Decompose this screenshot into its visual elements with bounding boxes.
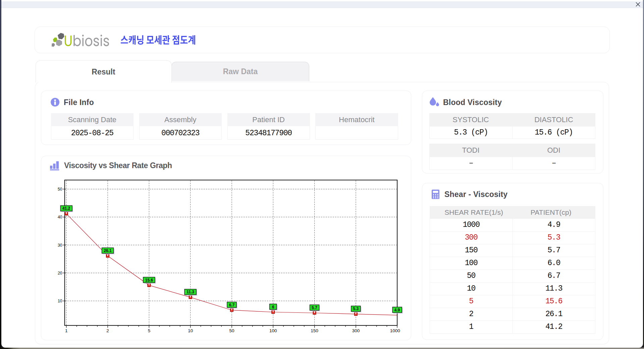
svg-text:10: 10 — [188, 328, 193, 333]
svg-text:150: 150 — [311, 328, 318, 333]
svg-text:6.7: 6.7 — [229, 303, 235, 307]
svg-text:4.9: 4.9 — [394, 308, 400, 312]
svg-text:50: 50 — [229, 328, 234, 333]
svg-text:1000: 1000 — [390, 328, 400, 333]
svg-text:300: 300 — [352, 328, 360, 333]
svg-text:100: 100 — [269, 328, 277, 333]
svg-text:30: 30 — [58, 243, 62, 248]
svg-text:20: 20 — [58, 271, 62, 276]
svg-text:5.3: 5.3 — [353, 306, 359, 311]
svg-text:10: 10 — [58, 299, 62, 303]
svg-text:11.3: 11.3 — [186, 290, 194, 294]
svg-text:40: 40 — [58, 215, 62, 219]
svg-text:26.1: 26.1 — [104, 248, 112, 253]
svg-text:6: 6 — [272, 305, 274, 309]
svg-text:50: 50 — [58, 187, 62, 192]
svg-text:5.7: 5.7 — [312, 305, 317, 310]
svg-text:15.6: 15.6 — [145, 278, 153, 283]
svg-text:2: 2 — [106, 328, 109, 333]
svg-text:5: 5 — [148, 328, 151, 333]
svg-text:1: 1 — [65, 328, 68, 333]
svg-text:41.2: 41.2 — [62, 206, 70, 211]
